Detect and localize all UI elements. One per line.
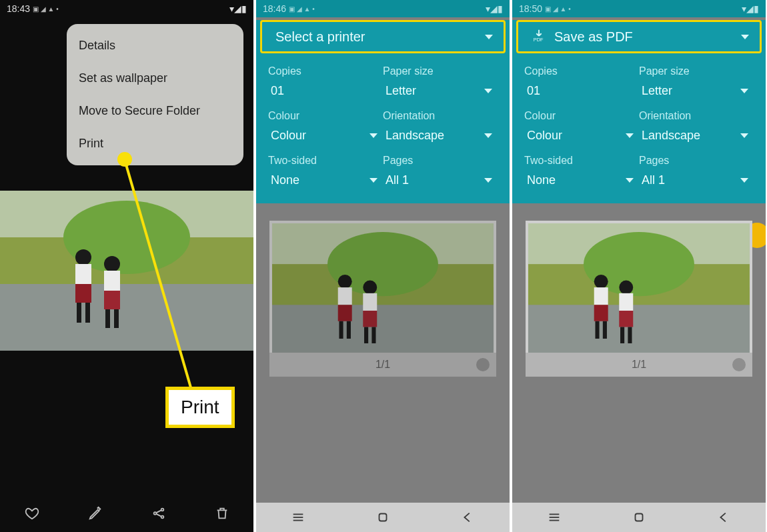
gallery-context-menu: Details Set as wallpaper Move to Secure …	[67, 24, 243, 165]
status-bar: 18:46 ▣ ◢ ▲ • ▾◢▮	[256, 0, 510, 17]
menu-print[interactable]: Print	[67, 127, 243, 160]
pages-value[interactable]: All 1	[383, 169, 498, 191]
copies-label: Copies	[268, 65, 383, 77]
pages-label: Pages	[639, 155, 754, 167]
back-button[interactable]	[716, 511, 732, 523]
edit-icon[interactable]	[88, 506, 103, 523]
dropdown-icon	[740, 133, 748, 138]
svg-point-14	[153, 512, 156, 515]
copies-value[interactable]: 01	[524, 80, 639, 102]
status-time: 18:46	[263, 3, 286, 14]
share-icon[interactable]	[151, 506, 166, 523]
phone-print-pdf: 18:50 ▣ ◢ ▲ • ▾◢▮ PDF Save as PDF Copies…	[512, 0, 766, 532]
dropdown-icon	[369, 133, 377, 138]
colour-value[interactable]: Colour	[524, 125, 639, 147]
svg-point-15	[161, 509, 163, 511]
favorite-icon[interactable]	[25, 506, 39, 523]
orientation-label: Orientation	[639, 110, 754, 122]
twosided-value[interactable]: None	[524, 169, 639, 191]
status-icons-left: ▣ ◢ ▲ •	[545, 5, 571, 13]
orientation-value[interactable]: Landscape	[383, 125, 498, 147]
dropdown-icon	[740, 178, 748, 183]
home-button[interactable]	[375, 511, 391, 523]
colour-label: Colour	[268, 110, 383, 122]
delete-icon[interactable]	[215, 506, 229, 523]
print-settings-panel: PDF Save as PDF Copies Paper size 01 Let…	[512, 20, 766, 203]
copies-label: Copies	[524, 65, 639, 77]
status-icons-left: ▣ ◢ ▲ •	[289, 5, 315, 13]
paper-size-value[interactable]: Letter	[639, 80, 754, 102]
annotation-label: Print	[165, 387, 235, 428]
status-time: 18:50	[519, 3, 542, 14]
status-bar: 18:43 ▣ ◢ ▲ • ▾◢▮	[0, 0, 253, 17]
recents-button[interactable]	[546, 511, 562, 523]
check-icon[interactable]	[476, 358, 490, 371]
dropdown-icon	[369, 178, 377, 183]
status-time: 18:43	[7, 3, 30, 14]
colour-label: Colour	[524, 110, 639, 122]
phone-print-select: 18:46 ▣ ◢ ▲ • ▾◢▮ Select a printer Copie…	[256, 0, 510, 532]
menu-wallpaper[interactable]: Set as wallpaper	[67, 62, 243, 95]
phone-gallery: 18:43 ▣ ◢ ▲ • ▾◢▮ Details Set as wallpap…	[0, 0, 253, 532]
printer-label: Select a printer	[275, 29, 477, 45]
dropdown-icon	[626, 178, 634, 183]
status-icons-right: ▾◢▮	[486, 3, 503, 14]
print-preview[interactable]	[269, 221, 496, 353]
gallery-toolbar	[0, 501, 253, 528]
status-icons-left: ▣ ◢ ▲ •	[33, 5, 59, 13]
dropdown-icon	[485, 35, 493, 39]
android-nav-bar	[256, 503, 510, 532]
status-icons-right: ▾◢▮	[229, 3, 247, 14]
orientation-value[interactable]: Landscape	[639, 125, 754, 147]
colour-value[interactable]: Colour	[268, 125, 383, 147]
printer-select[interactable]: Select a printer	[260, 20, 506, 53]
home-button[interactable]	[631, 511, 647, 523]
check-icon[interactable]	[732, 358, 746, 371]
pages-label: Pages	[383, 155, 498, 167]
svg-rect-21	[379, 514, 386, 521]
dropdown-icon	[741, 35, 749, 39]
twosided-label: Two-sided	[268, 155, 383, 167]
gallery-photo[interactable]	[0, 191, 253, 351]
paper-size-label: Paper size	[383, 65, 498, 77]
print-settings-panel: Select a printer Copies Paper size 01 Le…	[256, 20, 510, 203]
dropdown-icon	[484, 133, 492, 138]
menu-secure[interactable]: Move to Secure Folder	[67, 95, 243, 127]
orientation-label: Orientation	[383, 110, 498, 122]
annotation-marker	[117, 152, 132, 167]
page-counter: 1/1	[526, 353, 752, 377]
printer-select[interactable]: PDF Save as PDF	[516, 20, 762, 53]
page-counter: 1/1	[269, 353, 496, 377]
svg-point-16	[161, 516, 163, 519]
svg-text:PDF: PDF	[534, 37, 544, 43]
status-bar: 18:50 ▣ ◢ ▲ • ▾◢▮	[512, 0, 766, 17]
copies-value[interactable]: 01	[268, 80, 383, 102]
paper-size-value[interactable]: Letter	[383, 80, 498, 102]
dropdown-icon	[484, 178, 492, 183]
dropdown-icon	[484, 89, 492, 93]
dropdown-icon	[626, 133, 634, 138]
twosided-label: Two-sided	[524, 155, 639, 167]
status-icons-right: ▾◢▮	[742, 3, 759, 14]
recents-button[interactable]	[290, 511, 306, 523]
paper-size-label: Paper size	[639, 65, 754, 77]
svg-rect-26	[635, 514, 642, 521]
android-nav-bar	[512, 503, 766, 532]
dropdown-icon	[740, 89, 748, 93]
pages-value[interactable]: All 1	[639, 169, 754, 191]
twosided-value[interactable]: None	[268, 169, 383, 191]
menu-details[interactable]: Details	[67, 29, 243, 62]
printer-label: Save as PDF	[554, 29, 733, 45]
pdf-icon: PDF	[532, 28, 546, 46]
print-preview[interactable]	[526, 221, 752, 353]
back-button[interactable]	[460, 511, 476, 523]
